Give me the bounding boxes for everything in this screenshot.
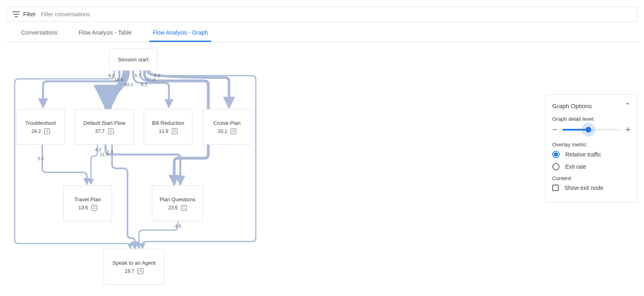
edge-label: 8.3 bbox=[141, 82, 147, 87]
node-metric: 20.1 bbox=[218, 128, 236, 134]
filter-label: Filter bbox=[23, 11, 36, 17]
edge-label: 5.5 bbox=[38, 156, 44, 161]
radio-exit-rate[interactable] bbox=[552, 163, 560, 170]
edge-label: 4.2 bbox=[95, 147, 101, 152]
node-title: Bill Reduction bbox=[152, 120, 184, 126]
list-icon[interactable] bbox=[231, 128, 236, 134]
list-icon[interactable] bbox=[138, 268, 143, 274]
node-speak-to-agent[interactable]: Speak to an Agent 19.7 bbox=[104, 249, 164, 285]
filter-placeholder[interactable]: Filter conversations bbox=[41, 11, 90, 17]
checkbox-show-exit-node[interactable] bbox=[552, 185, 559, 191]
tabs: Conversations Flow Analysis - Table Flow… bbox=[6, 24, 638, 42]
radio-label: Relative traffic bbox=[565, 151, 601, 158]
list-icon[interactable] bbox=[108, 128, 114, 134]
checkbox-label: Show exit node bbox=[564, 185, 603, 191]
node-session-start[interactable]: Session start bbox=[109, 48, 157, 71]
node-metric: 11.8 bbox=[159, 128, 177, 134]
node-title: Speak to an Agent bbox=[112, 260, 156, 266]
list-icon[interactable] bbox=[172, 128, 177, 134]
node-metric: 13.5 bbox=[78, 205, 97, 211]
edge-label: 8.0 bbox=[108, 73, 115, 78]
radio-label: Exit rate bbox=[565, 163, 586, 170]
edge-label: 19.4 bbox=[115, 77, 123, 82]
node-plan-questions[interactable]: Plan Questions 23.5 bbox=[152, 185, 203, 221]
detail-slider[interactable] bbox=[562, 129, 620, 131]
tab-conversations[interactable]: Conversations bbox=[18, 24, 61, 42]
edge-label: 43.3 bbox=[124, 82, 133, 87]
node-cruise-plan[interactable]: Cruise Plan 20.1 bbox=[203, 109, 251, 145]
filter-icon bbox=[13, 11, 20, 17]
edge-label: 9.7 bbox=[134, 73, 140, 78]
node-title: Session start bbox=[118, 57, 148, 63]
node-metric: 19.7 bbox=[125, 268, 143, 274]
edge-label: 4.2 bbox=[154, 73, 160, 78]
detail-level-label: Graph detail level: bbox=[552, 116, 631, 122]
node-metric: 37.7 bbox=[95, 128, 113, 134]
node-title: Default Start Flow bbox=[83, 120, 125, 126]
node-title: Troubleshoot bbox=[25, 120, 56, 126]
node-troubleshoot[interactable]: Troubleshoot 24.2 bbox=[16, 109, 65, 145]
node-bill-reduction[interactable]: Bill Reduction 11.8 bbox=[144, 109, 192, 145]
filter-label-group: Filter bbox=[13, 11, 36, 17]
content-label: Content: bbox=[552, 175, 631, 181]
node-travel-plan[interactable]: Travel Plan 13.5 bbox=[63, 185, 112, 221]
graph-options-panel: Graph Options ⌃ Graph detail level: − + … bbox=[545, 94, 638, 203]
collapse-icon[interactable]: ⌃ bbox=[625, 101, 631, 110]
node-metric: 24.2 bbox=[31, 128, 50, 134]
tab-flow-graph[interactable]: Flow Analysis - Graph bbox=[149, 24, 211, 42]
edge-label: 7.3 bbox=[107, 150, 113, 155]
node-metric: 23.5 bbox=[168, 205, 186, 211]
node-title: Cruise Plan bbox=[213, 120, 240, 126]
radio-relative-traffic[interactable] bbox=[552, 151, 560, 158]
graph-options-title: Graph Options bbox=[552, 102, 592, 109]
list-icon[interactable] bbox=[181, 205, 187, 211]
tab-flow-table[interactable]: Flow Analysis - Table bbox=[76, 24, 135, 42]
minus-icon[interactable]: − bbox=[552, 125, 558, 134]
edge-label: 4.5 bbox=[175, 224, 181, 229]
node-title: Plan Questions bbox=[160, 196, 195, 202]
list-icon[interactable] bbox=[44, 128, 50, 134]
overlay-metric-label: Overlay metric: bbox=[552, 141, 631, 148]
node-title: Travel Plan bbox=[74, 196, 101, 202]
plus-icon[interactable]: + bbox=[625, 125, 631, 134]
node-default-start-flow[interactable]: Default Start Flow 37.7 bbox=[75, 109, 134, 145]
filter-bar[interactable]: Filter Filter conversations bbox=[6, 7, 638, 22]
list-icon[interactable] bbox=[91, 205, 97, 211]
